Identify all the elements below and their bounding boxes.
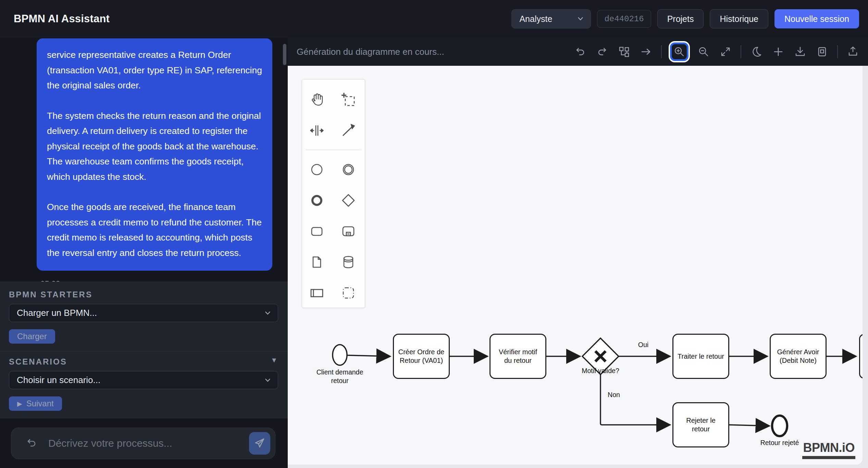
start-event[interactable] bbox=[333, 345, 347, 365]
message-paragraph: The system checks the return reason and … bbox=[47, 108, 262, 185]
bpmn-ai-assistant-app: BPMN AI Assistant Analyste de440216 Proj… bbox=[0, 0, 868, 468]
start-event-label: Client demande retour bbox=[311, 368, 369, 385]
composer-bar bbox=[0, 418, 288, 468]
toolbar-divider bbox=[661, 45, 662, 58]
redo-icon[interactable] bbox=[595, 45, 609, 59]
end-event[interactable] bbox=[772, 416, 787, 436]
task-generate-credit[interactable]: Générer Avoir (Debit Note) bbox=[770, 334, 827, 379]
canvas-toolbar-icons bbox=[573, 42, 860, 61]
gateway-label: Motif valide? bbox=[575, 367, 626, 375]
bpmn-io-watermark: BPMN.iO bbox=[802, 441, 855, 459]
flow-start-to-create[interactable] bbox=[347, 355, 389, 356]
scenario-select-value: Choisir un scenario... bbox=[17, 375, 100, 385]
undo-icon[interactable] bbox=[26, 438, 37, 449]
message-paragraph: Once the goods are received, the finance… bbox=[47, 199, 262, 260]
zoom-in-icon[interactable] bbox=[670, 42, 689, 61]
fullscreen-icon[interactable] bbox=[719, 45, 732, 59]
session-id-badge: de440216 bbox=[597, 10, 651, 28]
history-button[interactable]: Historique bbox=[710, 9, 768, 28]
send-button[interactable] bbox=[249, 432, 270, 455]
task-reject-return[interactable]: Rejeter le retour bbox=[672, 402, 729, 447]
bpmn-starter-select-value: Charger un BPMN... bbox=[17, 308, 97, 318]
bpmn-canvas[interactable]: Créer Ordre de Retour (VA01) Vérifier mo… bbox=[288, 66, 863, 465]
message-paragraph: service representative creates a Return … bbox=[47, 47, 262, 93]
assistant-message-bubble: service representative creates a Return … bbox=[37, 38, 272, 271]
scenario-select[interactable]: Choisir un scenario... bbox=[9, 371, 278, 389]
canvas-scroll-gutter[interactable]: Créer Ordre de Retour (VA01) Vérifier mo… bbox=[288, 66, 868, 468]
diagram-layer bbox=[288, 66, 863, 465]
diagram-main-area: Génération du diagramme en cours... bbox=[288, 38, 868, 468]
canvas-toolbar: Génération du diagramme en cours... bbox=[288, 38, 868, 66]
chevron-down-icon bbox=[265, 379, 270, 382]
zoom-out-icon[interactable] bbox=[697, 45, 710, 59]
export-icon[interactable] bbox=[846, 45, 860, 59]
bpmn-starter-select[interactable]: Charger un BPMN... bbox=[9, 304, 278, 322]
starters-heading: BPMN STARTERS bbox=[9, 290, 92, 299]
bpmn-starters-panel: BPMN STARTERS Charger un BPMN... Charger bbox=[0, 282, 288, 351]
new-session-button[interactable]: Nouvelle session bbox=[774, 9, 859, 28]
offscreen-task[interactable] bbox=[859, 334, 863, 379]
branch-no-label: Non bbox=[604, 391, 624, 399]
generation-status-text: Génération du diagramme en cours... bbox=[297, 47, 444, 57]
app-title: BPMN AI Assistant bbox=[14, 13, 110, 25]
auto-layout-icon[interactable] bbox=[617, 45, 631, 59]
header-controls: Analyste de440216 Projets Historique Nou… bbox=[511, 9, 859, 28]
role-select-value: Analyste bbox=[519, 14, 552, 24]
arrow-right-icon[interactable] bbox=[639, 45, 653, 59]
load-bpmn-button[interactable]: Charger bbox=[9, 329, 55, 344]
send-icon bbox=[253, 437, 266, 449]
play-icon: ▶ bbox=[17, 400, 22, 408]
composer-box bbox=[11, 428, 275, 459]
frame-icon[interactable] bbox=[815, 45, 829, 59]
task-process-return[interactable]: Traiter le retour bbox=[672, 334, 729, 379]
download-icon[interactable] bbox=[793, 45, 807, 59]
toolbar-divider bbox=[741, 45, 741, 58]
branch-yes-label: Oui bbox=[633, 341, 654, 349]
flow-gateway-no[interactable] bbox=[600, 374, 669, 425]
toolbar-divider bbox=[837, 45, 838, 58]
app-header: BPMN AI Assistant Analyste de440216 Proj… bbox=[0, 0, 868, 38]
role-select[interactable]: Analyste bbox=[511, 9, 591, 28]
end-event-label: Retour rejeté bbox=[752, 439, 807, 447]
projects-button[interactable]: Projets bbox=[657, 9, 704, 28]
task-create-return-order[interactable]: Créer Ordre de Retour (VA01) bbox=[393, 334, 450, 379]
scenarios-panel: SCENARIOS ▼ Choisir un scenario... ▶ Sui… bbox=[0, 351, 288, 418]
flow-reject-to-end[interactable] bbox=[729, 425, 768, 426]
chat-message-list[interactable]: service representative creates a Return … bbox=[0, 38, 288, 282]
undo-icon[interactable] bbox=[573, 45, 587, 59]
process-description-input[interactable] bbox=[48, 438, 249, 449]
scenarios-heading: SCENARIOS bbox=[9, 357, 67, 367]
chat-scrollbar-thumb[interactable] bbox=[283, 44, 286, 65]
next-scenario-button[interactable]: ▶ Suivant bbox=[9, 396, 62, 411]
collapse-triangle-icon[interactable]: ▼ bbox=[271, 356, 277, 364]
task-verify-reason[interactable]: Vérifier motif du retour bbox=[489, 334, 546, 379]
chevron-down-icon bbox=[265, 311, 270, 315]
chevron-down-icon bbox=[578, 17, 583, 21]
theme-moon-icon[interactable] bbox=[749, 45, 763, 59]
next-button-label: Suivant bbox=[26, 399, 54, 408]
plus-icon[interactable] bbox=[771, 45, 785, 59]
chat-sidebar: service representative creates a Return … bbox=[0, 38, 288, 468]
